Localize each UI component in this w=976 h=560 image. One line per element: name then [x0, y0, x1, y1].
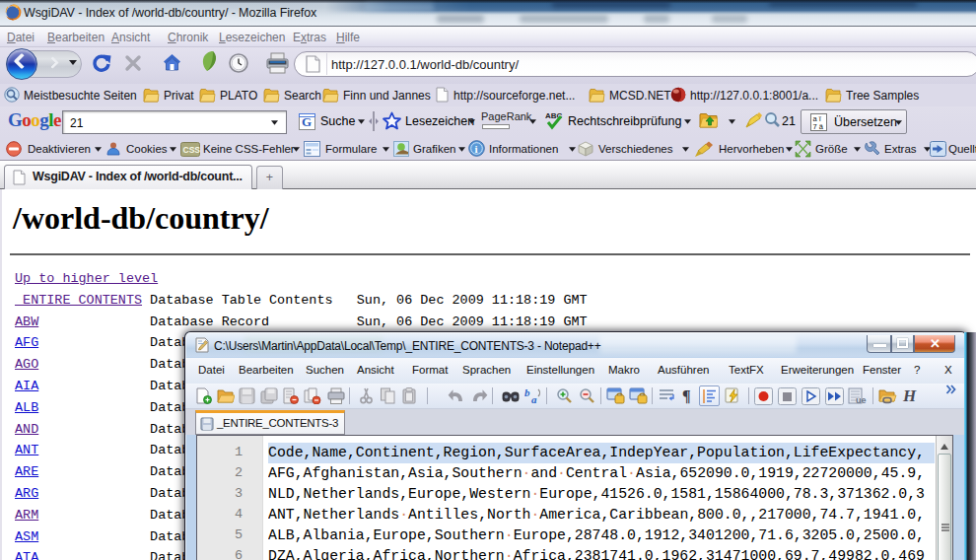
- svg-text:¶: ¶: [682, 387, 691, 404]
- svg-text:b: b: [524, 386, 530, 398]
- svg-text:ue: ue: [856, 395, 867, 405]
- svg-text:G: G: [302, 114, 312, 129]
- svg-text:H: H: [902, 386, 917, 405]
- svg-text:a: a: [531, 393, 537, 405]
- svg-text:7 ä: 7 ä: [813, 122, 824, 131]
- svg-text:i: i: [475, 143, 478, 155]
- svg-text:CSS: CSS: [183, 145, 201, 155]
